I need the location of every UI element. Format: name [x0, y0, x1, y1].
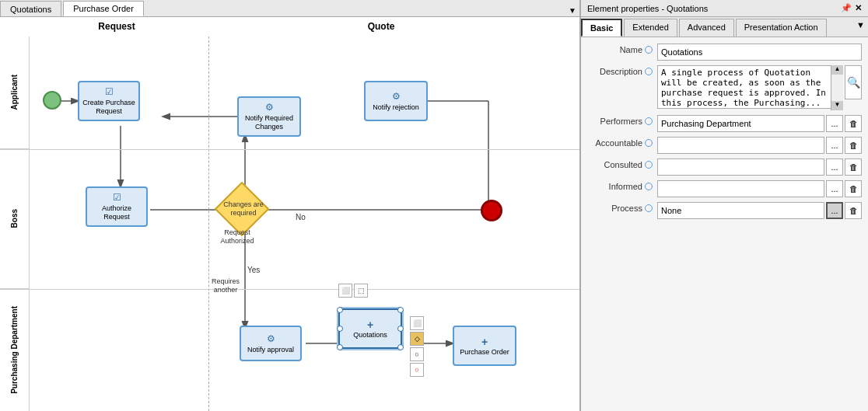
authorize-icon: ☑	[113, 192, 121, 203]
lane-purchasing: Purchasing Department	[0, 289, 30, 411]
toolbar-btn-r1[interactable]: ⬜	[410, 316, 424, 330]
node-toolbar-right: ⬜ ◇ ○ ○	[410, 316, 424, 377]
performers-dots-btn[interactable]: ...	[826, 115, 843, 132]
accountable-dots-btn[interactable]: ...	[826, 137, 843, 154]
accountable-label: Accountable	[587, 137, 657, 148]
toolbar-btn-2[interactable]: ⬚	[354, 284, 368, 298]
accountable-input[interactable]	[657, 137, 824, 154]
toolbar-btn-r2[interactable]: ◇	[410, 332, 424, 346]
tab-scroll-button[interactable]: ▼	[565, 5, 579, 16]
consulted-dots-btn[interactable]: ...	[826, 158, 843, 176]
panel-tab-scroll[interactable]: ▼	[853, 17, 868, 37]
start-event[interactable]	[43, 91, 61, 110]
consulted-del-btn[interactable]: 🗑	[845, 158, 862, 176]
tab-extended[interactable]: Extended	[624, 19, 677, 37]
panel-content: Name Description A single process of Quo…	[581, 37, 868, 411]
description-input[interactable]: A single process of Quotation will be cr…	[657, 65, 843, 109]
description-circle	[645, 68, 653, 75]
tab-purchase-order[interactable]: Purchase Order	[63, 1, 144, 16]
quotations-icon: +	[367, 319, 373, 331]
accountable-circle	[645, 139, 653, 147]
performers-input[interactable]	[657, 115, 824, 132]
description-scrollbar[interactable]: ▲ ▼	[831, 65, 843, 110]
handle-mr	[397, 326, 404, 332]
tab-presentation-action[interactable]: Presentation Action	[736, 19, 827, 37]
close-icon[interactable]: ✕	[855, 3, 862, 13]
consulted-label: Consulted	[587, 158, 657, 169]
lane-applicant: Applicant	[0, 37, 30, 149]
handle-bl	[337, 344, 343, 350]
create-purchase-request-node[interactable]: ☑ Create PurchaseRequest	[78, 81, 140, 121]
quotations-node[interactable]: + Quotations	[338, 308, 402, 349]
notify-approval-node[interactable]: ⚙ Notify approval	[240, 326, 302, 361]
informed-actions: ... 🗑	[826, 180, 862, 197]
notify-changes-icon: ⚙	[265, 102, 274, 113]
process-input[interactable]	[657, 202, 824, 219]
performers-del-btn[interactable]: 🗑	[845, 115, 862, 132]
handle-br	[397, 344, 404, 350]
name-label: Name	[587, 44, 657, 54]
name-circle	[645, 46, 653, 54]
notify-rejection-icon: ⚙	[392, 91, 401, 102]
notify-changes-label: Notify RequiredChanges	[245, 114, 293, 131]
notify-rejection-node[interactable]: ⚙ Notify rejection	[364, 81, 428, 121]
process-actions: ... 🗑	[826, 202, 862, 219]
toolbar-btn-r3[interactable]: ○	[410, 347, 424, 361]
request-authorized-label: RequestAuthorized	[206, 228, 268, 246]
create-purchase-label: Create PurchaseRequest	[82, 99, 135, 116]
tab-advanced[interactable]: Advanced	[679, 19, 734, 37]
col-quote-header: Quote	[218, 21, 544, 32]
end-circle-boss	[481, 200, 502, 221]
notify-approval-label: Notify approval	[247, 346, 294, 354]
tab-quotations[interactable]: Quotations	[0, 1, 61, 16]
quotations-label: Quotations	[353, 331, 387, 339]
consulted-input[interactable]	[657, 158, 824, 176]
accountable-actions: ... 🗑	[826, 137, 862, 154]
toolbar-btn-1[interactable]: ⬜	[338, 284, 352, 298]
handle-ml	[337, 326, 343, 332]
informed-field-row: Informed ... 🗑	[587, 180, 862, 197]
notify-required-changes-node[interactable]: ⚙ Notify RequiredChanges	[237, 96, 301, 137]
informed-input[interactable]	[657, 180, 824, 197]
process-del-btn[interactable]: 🗑	[845, 202, 862, 219]
pin-icon[interactable]: 📌	[841, 3, 852, 13]
notify-rejection-label: Notify rejection	[373, 103, 419, 112]
purchase-order-label: Purchase Order	[460, 348, 509, 356]
performers-field-row: Performers ... 🗑	[587, 115, 862, 132]
accountable-del-btn[interactable]: 🗑	[845, 137, 862, 154]
description-label: Description	[587, 65, 657, 76]
name-input[interactable]	[657, 44, 862, 61]
informed-label: Informed	[587, 180, 657, 191]
handle-tr	[397, 307, 404, 313]
col-request-header: Request	[31, 21, 202, 32]
tab-basic[interactable]: Basic	[581, 19, 622, 37]
gateway-label: Changes arerequired	[216, 200, 271, 218]
authorize-label: AuthorizeRequest	[102, 204, 131, 221]
requires-another-label: Requiresanother	[194, 277, 257, 294]
description-field-row: Description A single process of Quotatio…	[587, 65, 862, 110]
process-dots-btn[interactable]: ...	[826, 202, 843, 219]
lane-div-1	[0, 149, 579, 150]
purchase-order-node[interactable]: + Purchase Order	[453, 326, 516, 366]
lane-div-2	[0, 289, 579, 290]
scroll-down[interactable]: ▼	[831, 101, 843, 110]
yes-label: Yes	[247, 266, 260, 274]
quotations-node-group: ⬜ ⬚ ⬜ ◇ ○ ○ +	[338, 308, 402, 349]
description-search-btn[interactable]: 🔍	[845, 65, 862, 99]
performers-label: Performers	[587, 115, 657, 126]
create-purchase-icon: ☑	[105, 86, 114, 97]
diagram-area: Quotations Purchase Order ▼	[0, 0, 580, 411]
informed-del-btn[interactable]: 🗑	[845, 180, 862, 197]
informed-dots-btn[interactable]: ...	[826, 180, 843, 197]
panel-header-icons: 📌 ✕	[841, 3, 862, 13]
process-label: Process	[587, 202, 657, 213]
toolbar-btn-r4[interactable]: ○	[410, 363, 424, 377]
end-event-boss[interactable]	[481, 200, 502, 221]
handle-tl	[337, 307, 343, 313]
authorize-request-node[interactable]: ☑ AuthorizeRequest	[86, 186, 148, 227]
name-field-row: Name	[587, 44, 862, 61]
scroll-up[interactable]: ▲	[831, 65, 843, 75]
diagram-canvas: Request Quote Applicant Boss Purchasing …	[0, 17, 579, 411]
gateway-node[interactable]: Changes arerequired	[222, 190, 264, 232]
notify-approval-icon: ⚙	[267, 333, 275, 344]
